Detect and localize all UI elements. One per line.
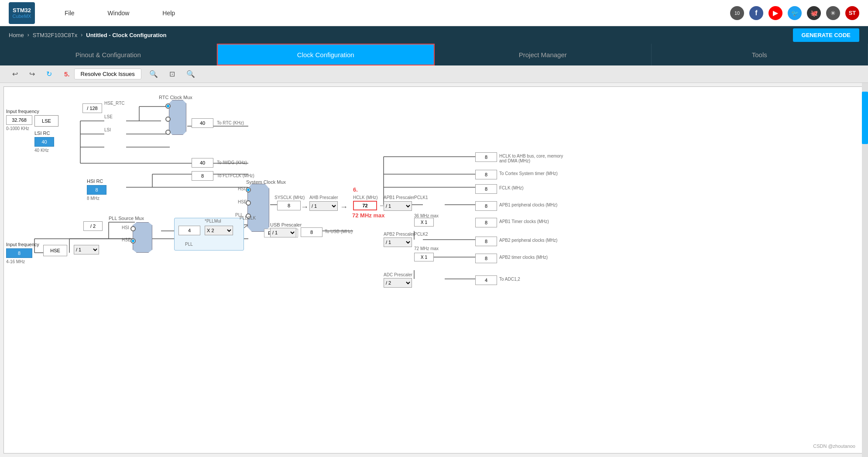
input-freq-8-box[interactable]: 8 [6,248,32,258]
pll-hse-radio[interactable] [130,238,136,244]
breadcrumb-home[interactable]: Home [9,32,24,38]
zoom-in-button[interactable]: 🔍 [146,68,161,80]
lse-block: LSE [34,115,58,127]
pll-val-box[interactable]: 4 [178,226,200,235]
usb-out-box: 8 [301,227,322,237]
rtc-hse-radio[interactable] [165,103,171,109]
out-fclk-label: FCLK (MHz) [499,186,524,190]
tab-bar: Pinout & Configuration Clock Configurati… [0,44,868,65]
scm-hse-radio[interactable] [246,200,251,206]
sys-clk-mux-shape[interactable] [247,184,269,232]
wire-layer [4,87,864,453]
usb-prescaler-select[interactable]: / 1 [270,228,296,237]
hclk-label: HCLK (MHz) [353,195,378,200]
lsi-rtc-label: LSI [104,127,111,132]
out-ahb-box: 8 [475,152,497,162]
fit-button[interactable]: ⊡ [166,68,178,80]
adc-prescaler-select[interactable]: / 2 [384,278,412,288]
step-number: 5. [64,70,70,78]
breadcrumb-project[interactable]: Untitled - Clock Configuration [86,32,166,38]
freq-range2-label: 4-16 MHz [6,259,25,264]
rtc-mux-label: RTC Clock Mux [159,95,192,100]
asterisk-icon[interactable]: ✳ [826,6,840,20]
step6-label: 6. [353,186,358,193]
rtc-mux-shape[interactable] [169,100,186,135]
lsi-40-block[interactable]: 40 [34,137,54,147]
out-apb1-peri-label: APB1 peripheral clocks (MHz) [499,203,557,207]
scrollbar-thumb[interactable] [862,92,868,144]
adc-to-label: To ADC1,2 [499,277,520,282]
ahb-prescaler-label: AHB Prescaler [309,195,338,200]
menu-help[interactable]: Help [159,8,178,18]
logo-stm32: STM32 [13,7,31,14]
iwdg-to-label: To IWDG (KHz) [217,160,247,165]
resolve-clock-issues-button[interactable]: Resolve Clock Issues [74,69,141,79]
rtc-out-box: 40 [192,118,213,128]
refresh-button[interactable]: ↻ [43,68,55,80]
input-freq-32768[interactable]: 32.768 [6,115,32,125]
version-icon: 10 [730,6,744,20]
x1-apb1-box: X 1 [414,218,434,227]
apb1-prescaler-select[interactable]: / 1 [384,201,412,211]
usb-to-label: To USB (MHz) [325,229,353,234]
lse-rtc-label: LSE [104,114,113,119]
youtube-icon[interactable]: ▶ [769,6,782,20]
main-area: Input frequency 32.768 0-1000 KHz LSE LS… [0,83,868,457]
ahb-prescaler-select[interactable]: / 1 [309,201,338,211]
hsi-8mhz-label: 8 MHz [87,196,99,201]
usb-prescaler-label: USB Prescaler [270,222,302,227]
sysclk-label: SYSCLK (MHz) [274,195,305,200]
redo-button[interactable]: ↪ [26,68,38,80]
hse-pll-label: HSE [122,237,131,242]
breadcrumb-device[interactable]: STM32F103C8Tx [33,32,78,38]
twitter-icon[interactable]: 🐦 [788,6,802,20]
facebook-icon[interactable]: f [749,6,763,20]
hclk-box[interactable]: 72 [353,201,377,210]
out-cortex-label: To Cortex System timer (MHz) [499,171,558,176]
hsi-8-block[interactable]: 8 [87,185,106,195]
apb2-prescaler-label: APB2 Prescaler [384,232,415,237]
tab-pinout[interactable]: Pinout & Configuration [0,44,217,65]
generate-code-button[interactable]: GENERATE CODE [793,28,859,42]
pll-src-mux-label: PLL Source Mux [109,216,144,221]
breadcrumb-sep2: › [81,32,82,38]
tab-clock[interactable]: Clock Configuration [217,44,435,65]
out-apb1-timer-box: 8 [475,218,497,227]
hsi-rc-label: HSI RC [87,179,103,184]
out-ahb-label: HCLK to AHB bus, core, memory and DMA (M… [499,154,569,163]
logo[interactable]: STM32 CubeMX [9,2,35,24]
zoom-out-button[interactable]: 🔍 [183,68,199,80]
undo-button[interactable]: ↩ [9,68,21,80]
scrollbar-track[interactable] [862,83,868,457]
st-icon[interactable]: ST [845,6,859,20]
clock-diagram-canvas[interactable]: Input frequency 32.768 0-1000 KHz LSE LS… [3,86,865,454]
apb2-max-label: 72 MHz max [414,246,439,251]
breadcrumb-sep1: › [27,32,29,38]
lsi-rc-label: LSI RC [34,131,50,136]
apb1-prescaler-label: APB1 Prescaler [384,195,415,200]
scm-hsi-radio[interactable] [246,187,251,192]
hse-div1-select[interactable]: / 1 [74,245,99,254]
menu-window[interactable]: Window [104,8,133,18]
tab-project[interactable]: Project Manager [435,44,652,65]
rtc-lsi-radio[interactable] [165,130,171,135]
tab-tools[interactable]: Tools [652,44,868,65]
x1-apb2-box: X 1 [414,253,434,261]
pll-x2-select[interactable]: X 2 [205,226,233,235]
github-icon[interactable]: 🐙 [807,6,821,20]
logo-cube: CubeMX [13,14,31,19]
pllclk-label: PLLCLK [240,216,256,220]
out-apb1-peri-box: 8 [475,201,497,211]
rtc-lse-radio[interactable] [165,117,171,122]
breadcrumb-bar: Home › STM32F103C8Tx › Untitled - Clock … [0,26,868,44]
hse-block: HSE [43,245,67,256]
menu-file[interactable]: File [61,8,78,18]
pll-hsi-radio[interactable] [130,226,136,231]
pll-src-mux-shape[interactable] [133,222,152,253]
apb2-prescaler-select[interactable]: / 1 [384,237,412,247]
arrow-hclk: → [340,203,348,212]
out-apb2-peri-label: APB2 peripheral clocks (MHz) [499,238,557,243]
hsi-scm-label: HSI [238,186,245,191]
nav-menu: File Window Help [61,8,730,18]
csdn-watermark: CSDN @zhoutanoo [813,443,855,449]
